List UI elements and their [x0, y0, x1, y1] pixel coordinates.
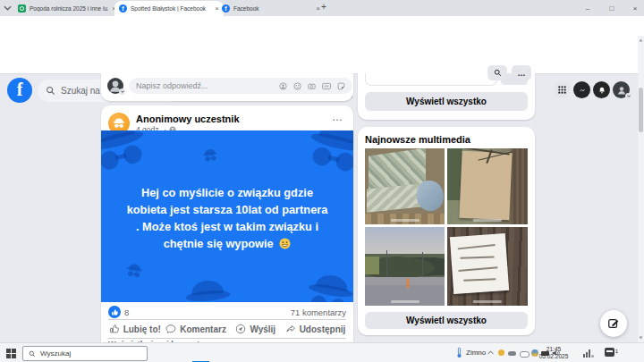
page-scrollbar[interactable]: [638, 36, 644, 342]
post-image[interactable]: Hej co myślicie o związku gdzie kobieta …: [101, 130, 353, 302]
comment-button[interactable]: Komentarz: [164, 321, 229, 337]
bell-icon: [597, 86, 606, 95]
recent-media-title: Najnowsze multimedia: [365, 134, 470, 145]
window-maximize-button[interactable]: □: [602, 0, 622, 16]
browser-tab-strip: Pogoda rolnicza 2025 i inne lu... × f Sp…: [0, 0, 644, 16]
chevron-down-icon: [119, 88, 125, 95]
comment-input-placeholder: Napisz odpowiedź...: [136, 81, 208, 90]
new-message-fab[interactable]: [600, 310, 627, 337]
comment-composer-card: Napisz odpowiedź... GIF: [101, 73, 353, 101]
search-icon: [29, 350, 36, 358]
comment-bubble-icon: [165, 324, 176, 334]
sidebar-cropped-row[interactable]: [365, 73, 497, 86]
notification-badge: 1: [615, 349, 618, 354]
grid-menu-icon: [558, 86, 566, 94]
share-label: Udostępnij: [300, 324, 346, 334]
tab-title: Spotted Białystok | Facebook: [131, 5, 211, 12]
sidebar-view-all-button[interactable]: Wyświetl wszystko: [365, 92, 528, 111]
tray-location-icon[interactable]: [498, 349, 504, 356]
scrollbar-thumb[interactable]: [639, 88, 643, 132]
comment-label: Komentarz: [180, 324, 226, 334]
comment-input[interactable]: Napisz odpowiedź... GIF: [129, 78, 352, 94]
chevron-down-icon: [625, 93, 631, 99]
search-icon: [46, 86, 55, 96]
send-label: Wyślij: [250, 324, 275, 334]
composer-avatar[interactable]: [107, 78, 123, 94]
windows-taskbar: Wyszukaj + Zimno 21:45 05.02.2025: [0, 342, 644, 362]
image-text-line: . Może ktoś jest w takim związku i: [110, 218, 344, 235]
messenger-icon: [578, 86, 587, 95]
screen: Pogoda rolnicza 2025 i inne lu... × f Sp…: [0, 0, 644, 362]
taskbar-search-box[interactable]: Wyszukaj: [22, 346, 148, 361]
camera-icon[interactable]: [308, 82, 316, 90]
like-label: Lubię to!: [123, 324, 161, 334]
tray-chevron-up-icon[interactable]: [487, 350, 494, 355]
like-button[interactable]: Lubię to!: [106, 321, 164, 337]
tab-title: Facebook: [233, 5, 312, 12]
messenger-button[interactable]: [573, 81, 590, 98]
sticker-icon[interactable]: [337, 82, 345, 90]
share-arrow-icon: [285, 324, 296, 334]
send-button[interactable]: Wyślij: [229, 321, 283, 337]
group-more-button[interactable]: …: [512, 65, 531, 80]
tray-cloud-outline-icon[interactable]: [520, 351, 530, 358]
image-text-line: chętnie się wypowie: [110, 235, 344, 252]
share-button[interactable]: Udostępnij: [283, 321, 348, 337]
recent-media-card: Najnowsze multimedia: [358, 127, 535, 335]
taskbar-search-placeholder: Wyszukaj: [40, 349, 71, 358]
image-text-line: kobieta jest starsza 10lat od partnera: [110, 201, 344, 218]
window-close-button[interactable]: ×: [625, 0, 644, 16]
media-view-all-button[interactable]: Wyświetl wszystko: [365, 312, 528, 329]
new-tab-button[interactable]: +: [321, 2, 326, 12]
close-tab-icon[interactable]: ×: [316, 4, 320, 13]
post-image-text: Hej co myślicie o związku gdzie kobieta …: [110, 184, 344, 252]
media-photo-board[interactable]: [447, 148, 528, 224]
search-icon: [494, 69, 502, 77]
send-icon: [235, 324, 246, 334]
start-button[interactable]: [6, 349, 16, 358]
weather-thermometer-icon[interactable]: [456, 347, 462, 358]
notifications-button[interactable]: [593, 81, 610, 98]
browser-toolbar: facebook.com/groups/543584815719911/ Obi…: [0, 16, 644, 36]
compose-pencil-icon: [607, 317, 620, 330]
sidebar-top-card: Wyświetl wszystko: [358, 73, 535, 120]
image-text-line: Hej co myślicie o związku gdzie: [110, 184, 344, 201]
profile-avatar[interactable]: [613, 81, 630, 98]
post-action-bar: Lubię to! Komentarz Wyślij Udostępnij: [106, 321, 348, 337]
gif-icon[interactable]: GIF: [322, 82, 331, 90]
tab-favicon-facebook-icon: f: [222, 4, 230, 13]
tab-title: Pogoda rolnicza 2025 i inne lu...: [30, 5, 108, 12]
facebook-header: f Szukaj na Facebooku: [0, 36, 644, 74]
tab-favicon-facebook-icon: f: [119, 4, 127, 13]
scroll-down-arrow-icon[interactable]: [639, 336, 643, 340]
tab-search-chevron-icon[interactable]: [4, 5, 12, 11]
media-photo-sofa[interactable]: [365, 148, 445, 224]
tray-cloud-icon[interactable]: [508, 351, 516, 356]
post-menu-button[interactable]: …: [332, 111, 343, 123]
thumbs-up-icon: [109, 324, 120, 334]
clock-date: 05.02.2025: [537, 353, 571, 360]
clock-time: 21:45: [537, 346, 571, 353]
media-photo-note[interactable]: [447, 227, 528, 306]
group-search-button[interactable]: [487, 65, 507, 80]
smiley-emoji-icon: [279, 238, 291, 249]
facebook-logo[interactable]: f: [7, 78, 32, 103]
post-author[interactable]: Anonimowy uczestnik: [136, 114, 240, 124]
tab-spotted-bialystok[interactable]: f Spotted Białystok | Facebook ×: [114, 1, 224, 16]
tab-facebook[interactable]: f Facebook ×: [217, 1, 325, 16]
comments-count[interactable]: 71 komentarzy: [108, 307, 346, 317]
scroll-up-arrow-icon[interactable]: [639, 38, 643, 42]
weather-label[interactable]: Zimno: [466, 349, 486, 357]
avatar-sticker-icon[interactable]: [279, 82, 287, 90]
notification-center-icon[interactable]: 1: [605, 348, 614, 357]
window-minimize-button[interactable]: –: [578, 0, 597, 16]
tab-pogoda[interactable]: Pogoda rolnicza 2025 i inne lu... ×: [13, 1, 121, 16]
tab-favicon-green-search-icon: [18, 4, 26, 13]
taskbar-clock[interactable]: 21:45 05.02.2025: [537, 346, 571, 359]
svg-text:GIF: GIF: [324, 84, 329, 88]
media-photo-street[interactable]: [365, 227, 445, 306]
emoji-icon[interactable]: [293, 82, 301, 90]
apps-menu-button[interactable]: [554, 81, 571, 98]
